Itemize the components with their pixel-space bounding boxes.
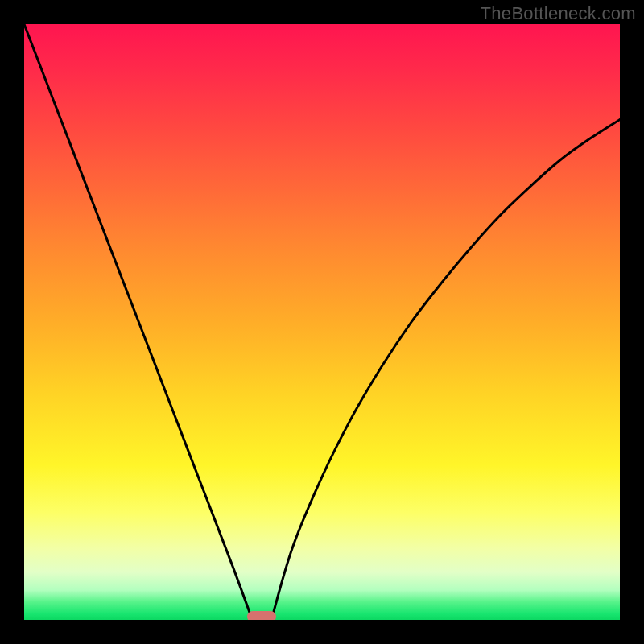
curve-right-branch <box>271 119 620 620</box>
chart-frame: TheBottleneck.com <box>0 0 644 644</box>
curve-left-branch <box>24 24 252 620</box>
curve-layer <box>24 24 620 620</box>
plot-area <box>24 24 620 620</box>
bottleneck-marker <box>247 611 276 620</box>
watermark-label: TheBottleneck.com <box>481 3 636 24</box>
